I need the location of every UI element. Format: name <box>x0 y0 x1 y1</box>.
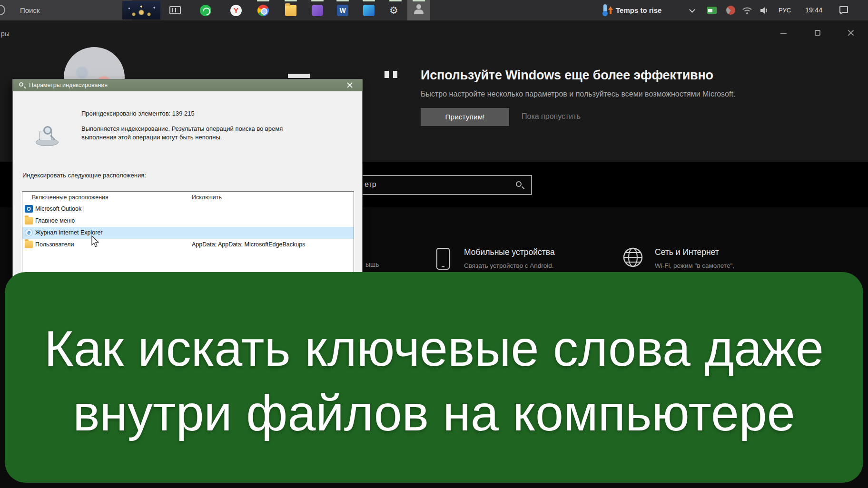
internet-explorer-icon: e <box>25 229 33 236</box>
banner-line-2: внутри файлов на компьютере <box>73 381 795 445</box>
mail-icon[interactable] <box>363 5 375 16</box>
table-row[interactable]: O Microsoft Outlook <box>22 203 354 215</box>
row-label: Главное меню <box>35 217 75 224</box>
tray-app-icon[interactable] <box>726 6 735 15</box>
indexed-count: Проиндексировано элементов: 139 215 <box>81 110 195 117</box>
running-indicator <box>413 0 425 1</box>
settings-search-text: етр <box>365 180 376 189</box>
tile-subtitle: Связать устройство с Android. <box>464 262 554 269</box>
file-explorer-icon[interactable] <box>285 5 296 16</box>
outlook-icon: O <box>25 205 33 213</box>
running-indicator <box>389 0 402 1</box>
caption-banner: Как искать ключевые слова даже внутри фа… <box>5 272 863 483</box>
phone-icon <box>436 248 450 270</box>
promo-subtitle: Быстро настройте несколько параметров и … <box>421 90 735 98</box>
task-view-icon[interactable] <box>169 6 181 14</box>
hidden-tile-text-fragment: ышь <box>365 261 379 268</box>
clock[interactable]: 19:44 <box>805 0 822 20</box>
taskbar: Поиск Y W ⚙ Temps to rise <box>0 0 868 20</box>
yandex-browser-icon[interactable]: Y <box>230 5 242 16</box>
row-label: Журнал Internet Explorer <box>35 229 103 236</box>
running-indicator <box>285 0 297 1</box>
row-exclude-value: AppData; AppData; MicrosoftEdgeBackups <box>192 241 305 248</box>
chrome-icon[interactable] <box>257 5 269 16</box>
indexing-options-dialog: Параметры индексирования Проиндексирован… <box>12 79 363 279</box>
list-header: Включенные расположения Исключить <box>22 192 354 203</box>
search-highlight-thumbnail[interactable] <box>122 1 160 20</box>
indexing-options-taskbar-button[interactable] <box>407 0 430 20</box>
skip-for-now-link[interactable]: Пока пропустить <box>522 112 581 121</box>
promo-heading: Используйте Windows еще более эффективно <box>421 68 713 83</box>
notification-icon[interactable] <box>838 6 849 15</box>
running-indicator <box>363 0 375 1</box>
running-indicator <box>257 0 269 1</box>
speaker-icon[interactable] <box>760 6 769 15</box>
window-title-fragment: ры <box>1 30 10 38</box>
row-label: Microsoft Outlook <box>35 205 81 212</box>
network-icon[interactable] <box>742 6 752 15</box>
dialog-close-icon[interactable] <box>346 81 354 89</box>
indexing-dialog-icon <box>19 82 23 87</box>
onenote-icon[interactable] <box>312 5 323 16</box>
tile-title: Мобильные устройства <box>464 247 555 257</box>
row-label: Пользователи <box>35 241 74 248</box>
globe-icon <box>622 247 643 268</box>
word-icon[interactable]: W <box>337 5 348 16</box>
account-name-fragment <box>385 71 389 78</box>
folder-icon <box>25 241 33 248</box>
table-row[interactable]: Главное меню <box>22 215 354 227</box>
search-icon <box>516 181 522 187</box>
settings-search-input[interactable]: етр <box>358 175 532 195</box>
tile-subtitle: Wi-Fi, режим "в самолете", <box>655 262 734 269</box>
locations-list[interactable]: Включенные расположения Исключить O Micr… <box>22 191 354 279</box>
screen: ры Используйте Windows еще более эффекти… <box>0 0 868 488</box>
search-icon <box>0 5 5 15</box>
minimize-button[interactable] <box>780 33 787 34</box>
close-window-button[interactable] <box>847 29 855 37</box>
running-indicator <box>336 0 349 1</box>
banner-line-1: Как искать ключевые слова даже <box>44 316 824 381</box>
folder-icon <box>25 217 33 224</box>
indexing-status-text: Выполняется индексирование. Результаты о… <box>81 125 309 141</box>
locations-label: Индексировать следующие расположения: <box>22 172 146 179</box>
account-name-fragment <box>393 71 397 78</box>
column-included-locations: Включенные расположения <box>32 194 108 201</box>
taskbar-search-label: Поиск <box>20 0 40 20</box>
mouse-cursor <box>90 235 101 248</box>
indexing-app-icon <box>416 4 421 9</box>
weather-label[interactable]: Temps to rise <box>616 0 661 20</box>
running-indicator <box>311 0 324 1</box>
dialog-title: Параметры индексирования <box>29 79 108 91</box>
account-name-fragment <box>288 74 310 78</box>
table-row[interactable]: Пользователи AppData; AppData; Microsoft… <box>22 239 354 251</box>
tile-title: Сеть и Интернет <box>655 247 719 257</box>
indexing-status-icon <box>35 125 62 147</box>
get-started-button[interactable]: Приступим! <box>421 108 509 126</box>
dialog-titlebar[interactable]: Параметры индексирования <box>13 79 362 91</box>
table-row-selected[interactable]: e Журнал Internet Explorer <box>22 227 354 239</box>
language-indicator[interactable]: РУС <box>779 0 791 20</box>
whatsapp-icon[interactable] <box>200 5 211 16</box>
settings-gear-icon[interactable]: ⚙ <box>389 0 398 20</box>
maximize-button[interactable] <box>815 30 820 36</box>
chevron-down-icon[interactable] <box>689 7 695 13</box>
taskbar-search-box[interactable]: Поиск <box>0 0 132 20</box>
weather-thermometer-icon[interactable] <box>602 4 607 16</box>
display-tray-icon[interactable] <box>707 7 717 14</box>
column-exclude: Исключить <box>192 194 222 201</box>
